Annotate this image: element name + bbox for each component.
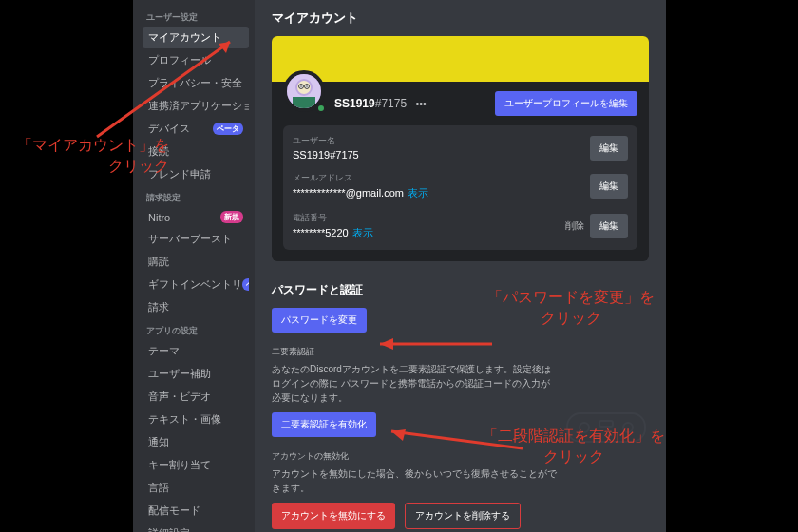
sidebar-item[interactable]: 配信モード <box>142 500 249 522</box>
svg-rect-11 <box>599 421 613 427</box>
sidebar-item[interactable]: Nitro新規 <box>142 207 249 227</box>
password-auth-title: パスワードと認証 <box>272 282 649 298</box>
edit-username-button[interactable]: 編集 <box>590 136 628 161</box>
sidebar-item-label: 請求 <box>148 300 169 314</box>
account-removal-title: アカウントの無効化 <box>272 450 649 463</box>
sidebar-item[interactable]: フレンド申請 <box>142 163 249 185</box>
sidebar-group-header: 請求設定 <box>142 186 249 207</box>
sidebar-group-header: アプリの設定 <box>142 319 249 340</box>
field-email: メールアドレス *************@gmail.com表示 編集 <box>283 166 637 206</box>
svg-point-6 <box>306 86 308 87</box>
sidebar-item[interactable]: 詳細設定 <box>142 522 249 532</box>
sidebar-item[interactable]: デバイスベータ <box>142 118 249 140</box>
sidebar-item-label: 言語 <box>148 481 169 495</box>
mfa-title: 二要素認証 <box>272 346 649 358</box>
sidebar-item[interactable]: 言語 <box>142 477 249 499</box>
sidebar-item[interactable]: ギフトインベントリベータ <box>142 274 249 295</box>
sidebar-item[interactable]: 音声・ビデオ <box>142 386 249 408</box>
sidebar-item[interactable]: ユーザー補助 <box>142 363 249 385</box>
sidebar-item-label: フレンド申請 <box>148 167 211 181</box>
sidebar-item-label: マイアカウント <box>148 30 221 45</box>
reveal-phone-link[interactable]: 表示 <box>352 227 373 238</box>
field-username: ユーザー名 SS1919#7175 編集 <box>283 129 637 166</box>
sidebar-item-label: テキスト・画像 <box>148 412 221 427</box>
sidebar-group-header: ユーザー設定 <box>142 6 249 27</box>
sidebar-item-label: デバイス <box>148 122 190 136</box>
sidebar-item-label: 接続 <box>148 144 169 159</box>
delete-account-button[interactable]: アカウントを削除する <box>405 503 521 529</box>
sidebar-item[interactable]: プライバシー・安全 <box>142 72 249 94</box>
sidebar-item[interactable]: 連携済アプリケーショ… <box>142 95 249 117</box>
more-menu-icon[interactable]: ••• <box>415 98 427 109</box>
sidebar-item[interactable]: キー割り当て <box>142 454 249 476</box>
profile-banner <box>272 36 649 82</box>
reveal-email-link[interactable]: 表示 <box>408 187 428 199</box>
settings-sidebar: ユーザー設定マイアカウントプロフィールプライバシー・安全連携済アプリケーショ…デ… <box>133 0 255 532</box>
sidebar-item[interactable]: プロフィール <box>142 49 249 71</box>
sidebar-item[interactable]: サーバーブースト <box>142 228 249 250</box>
field-phone: 電話番号 ********5220表示 削除 編集 <box>283 206 637 246</box>
sidebar-item-label: 連携済アプリケーショ… <box>148 99 249 113</box>
sidebar-item[interactable]: テーマ <box>142 340 249 362</box>
mfa-description: あなたのDiscordアカウントを二要素認証で保護します。設定後はログインの際に… <box>272 362 557 405</box>
sidebar-item-label: ギフトインベントリ <box>148 277 242 292</box>
enable-mfa-button[interactable]: 二要素認証を有効化 <box>272 412 376 437</box>
edit-email-button[interactable]: 編集 <box>590 174 628 199</box>
sidebar-item-label: プライバシー・安全 <box>148 76 242 90</box>
sidebar-item[interactable]: マイアカウント <box>142 27 249 48</box>
svg-point-9 <box>580 423 589 432</box>
sidebar-item-label: 通知 <box>148 435 169 449</box>
delete-phone-link[interactable]: 削除 <box>565 219 584 233</box>
avatar[interactable] <box>283 95 325 112</box>
account-removal-desc: アカウントを無効にした場合、後からいつでも復帰させることができます。 <box>272 466 557 495</box>
svg-rect-7 <box>293 97 315 108</box>
sidebar-item-label: プロフィール <box>148 53 211 67</box>
sidebar-item[interactable]: 請求 <box>142 296 249 318</box>
sidebar-item-label: 配信モード <box>148 504 200 518</box>
sidebar-item[interactable]: テキスト・画像 <box>142 408 249 430</box>
page-title: マイアカウント <box>272 10 649 27</box>
account-card: SS1919#7175 ••• ユーザープロフィールを編集 ユーザー名 SS19… <box>272 36 649 261</box>
sidebar-item[interactable]: 購読 <box>142 251 249 273</box>
controller-decoration-icon <box>563 404 649 447</box>
svg-point-10 <box>623 423 633 432</box>
settings-content: マイアカウント <box>255 0 666 532</box>
sidebar-item-label: 詳細設定 <box>148 526 190 532</box>
username-display: SS1919#7175 <box>334 97 409 110</box>
sidebar-item-label: ユーザー補助 <box>148 367 211 381</box>
sidebar-item[interactable]: 接続 <box>142 141 249 162</box>
sidebar-item-label: キー割り当て <box>148 458 211 472</box>
sidebar-item-label: 購読 <box>148 255 169 269</box>
sidebar-badge: ベータ <box>213 123 243 135</box>
account-fields: ユーザー名 SS1919#7175 編集 メールアドレス ***********… <box>283 125 637 250</box>
sidebar-item-label: テーマ <box>148 344 180 358</box>
sidebar-item-label: 音声・ビデオ <box>148 390 211 404</box>
sidebar-item[interactable]: 通知 <box>142 431 249 453</box>
edit-profile-button[interactable]: ユーザープロフィールを編集 <box>495 91 637 116</box>
edit-phone-button[interactable]: 編集 <box>590 214 628 238</box>
sidebar-badge: 新規 <box>220 211 243 223</box>
svg-point-5 <box>300 86 302 87</box>
sidebar-item-label: サーバーブースト <box>148 232 232 246</box>
avatar-image <box>287 74 321 108</box>
sidebar-item-label: Nitro <box>148 212 170 223</box>
disable-account-button[interactable]: アカウントを無効にする <box>272 503 395 529</box>
status-online-icon <box>315 103 327 114</box>
change-password-button[interactable]: パスワードを変更 <box>272 308 367 332</box>
sidebar-badge: ベータ <box>242 278 249 291</box>
